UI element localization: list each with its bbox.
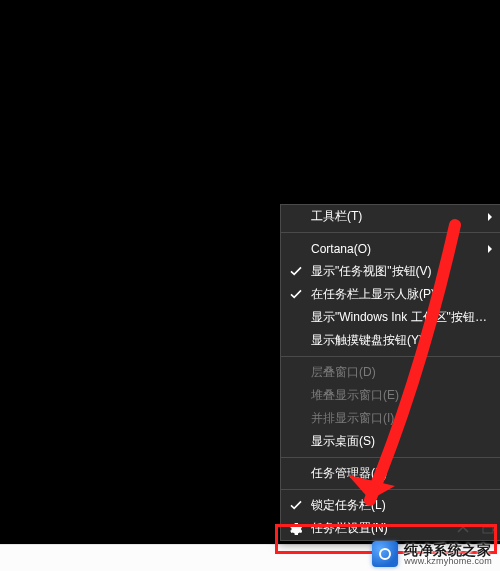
menu-cortana[interactable]: Cortana(O) bbox=[281, 237, 500, 260]
menu-show-touch-keyboard-label: 显示触摸键盘按钮(Y) bbox=[311, 332, 490, 349]
menu-show-people[interactable]: 在任务栏上显示人脉(P) bbox=[281, 283, 500, 306]
menu-separator bbox=[281, 232, 500, 233]
menu-task-manager[interactable]: 任务管理器(K) bbox=[281, 462, 500, 485]
menu-stacked-windows[interactable]: 堆叠显示窗口(E) bbox=[281, 384, 500, 407]
menu-toolbars[interactable]: 工具栏(T) bbox=[281, 205, 500, 228]
menu-cascade-windows-label: 层叠窗口(D) bbox=[311, 364, 490, 381]
menu-cortana-label: Cortana(O) bbox=[311, 242, 490, 256]
menu-separator bbox=[281, 356, 500, 357]
menu-show-task-view-label: 显示"任务视图"按钮(V) bbox=[311, 263, 490, 280]
menu-sidebyside-windows[interactable]: 并排显示窗口(I) bbox=[281, 407, 500, 430]
menu-show-task-view[interactable]: 显示"任务视图"按钮(V) bbox=[281, 260, 500, 283]
menu-separator bbox=[281, 457, 500, 458]
taskbar[interactable] bbox=[0, 544, 500, 571]
check-icon bbox=[290, 499, 302, 511]
menu-show-desktop[interactable]: 显示桌面(S) bbox=[281, 430, 500, 453]
menu-toolbars-label: 工具栏(T) bbox=[311, 208, 490, 225]
menu-sidebyside-windows-label: 并排显示窗口(I) bbox=[311, 410, 490, 427]
screenshot-root: 工具栏(T) Cortana(O) 显示"任务视图"按钮(V) 在任务栏上显示人… bbox=[0, 0, 500, 571]
svg-rect-0 bbox=[483, 527, 493, 533]
menu-cascade-windows[interactable]: 层叠窗口(D) bbox=[281, 361, 500, 384]
menu-lock-taskbar-label: 锁定任务栏(L) bbox=[311, 497, 490, 514]
check-icon bbox=[290, 288, 302, 300]
taskbar-context-menu: 工具栏(T) Cortana(O) 显示"任务视图"按钮(V) 在任务栏上显示人… bbox=[280, 204, 500, 541]
menu-show-people-label: 在任务栏上显示人脉(P) bbox=[311, 286, 490, 303]
gear-icon bbox=[289, 522, 302, 535]
tray-up-icon bbox=[456, 523, 470, 537]
menu-separator bbox=[281, 489, 500, 490]
menu-show-ink-workspace-label: 显示"Windows Ink 工作区"按钮(W) bbox=[311, 309, 490, 326]
menu-show-touch-keyboard[interactable]: 显示触摸键盘按钮(Y) bbox=[281, 329, 500, 352]
system-tray bbox=[456, 523, 496, 537]
chevron-right-icon bbox=[486, 213, 494, 221]
check-icon bbox=[290, 265, 302, 277]
svg-rect-1 bbox=[493, 529, 495, 531]
menu-show-desktop-label: 显示桌面(S) bbox=[311, 433, 490, 450]
menu-show-ink-workspace[interactable]: 显示"Windows Ink 工作区"按钮(W) bbox=[281, 306, 500, 329]
chevron-right-icon bbox=[486, 245, 494, 253]
menu-task-manager-label: 任务管理器(K) bbox=[311, 465, 490, 482]
menu-lock-taskbar[interactable]: 锁定任务栏(L) bbox=[281, 494, 500, 517]
tray-battery-icon bbox=[482, 523, 496, 537]
menu-stacked-windows-label: 堆叠显示窗口(E) bbox=[311, 387, 490, 404]
